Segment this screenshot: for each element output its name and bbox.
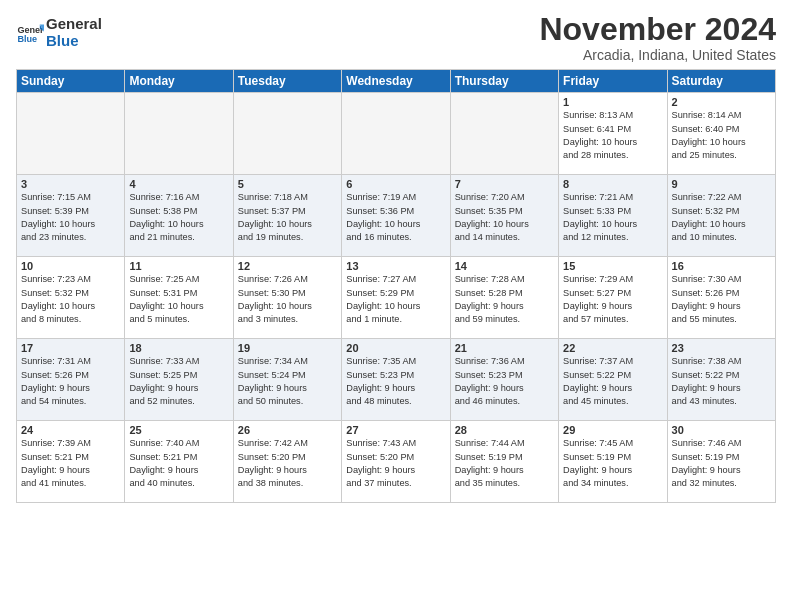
calendar-week-row: 17Sunrise: 7:31 AMSunset: 5:26 PMDayligh… [17,339,776,421]
day-info: Sunrise: 7:21 AMSunset: 5:33 PMDaylight:… [563,191,662,244]
logo: General Blue General Blue [16,16,102,49]
title-block: November 2024 Arcadia, Indiana, United S… [539,12,776,63]
calendar: Sunday Monday Tuesday Wednesday Thursday… [16,69,776,503]
day-number: 29 [563,424,662,436]
day-info: Sunrise: 7:31 AMSunset: 5:26 PMDaylight:… [21,355,120,408]
day-number: 16 [672,260,771,272]
day-info: Sunrise: 7:27 AMSunset: 5:29 PMDaylight:… [346,273,445,326]
day-number: 9 [672,178,771,190]
table-row [342,93,450,175]
day-number: 12 [238,260,337,272]
page-container: General Blue General Blue November 2024 … [0,0,792,511]
logo-wordmark: General Blue [46,16,102,49]
table-row [125,93,233,175]
day-info: Sunrise: 7:42 AMSunset: 5:20 PMDaylight:… [238,437,337,490]
day-number: 21 [455,342,554,354]
day-info: Sunrise: 7:35 AMSunset: 5:23 PMDaylight:… [346,355,445,408]
table-row: 13Sunrise: 7:27 AMSunset: 5:29 PMDayligh… [342,257,450,339]
day-number: 6 [346,178,445,190]
col-tuesday: Tuesday [233,70,341,93]
day-number: 19 [238,342,337,354]
table-row: 24Sunrise: 7:39 AMSunset: 5:21 PMDayligh… [17,421,125,503]
col-saturday: Saturday [667,70,775,93]
table-row: 11Sunrise: 7:25 AMSunset: 5:31 PMDayligh… [125,257,233,339]
day-number: 27 [346,424,445,436]
day-info: Sunrise: 7:22 AMSunset: 5:32 PMDaylight:… [672,191,771,244]
day-info: Sunrise: 7:20 AMSunset: 5:35 PMDaylight:… [455,191,554,244]
day-info: Sunrise: 7:26 AMSunset: 5:30 PMDaylight:… [238,273,337,326]
day-info: Sunrise: 7:19 AMSunset: 5:36 PMDaylight:… [346,191,445,244]
calendar-week-row: 10Sunrise: 7:23 AMSunset: 5:32 PMDayligh… [17,257,776,339]
table-row: 26Sunrise: 7:42 AMSunset: 5:20 PMDayligh… [233,421,341,503]
table-row: 4Sunrise: 7:16 AMSunset: 5:38 PMDaylight… [125,175,233,257]
day-number: 14 [455,260,554,272]
table-row: 12Sunrise: 7:26 AMSunset: 5:30 PMDayligh… [233,257,341,339]
day-number: 3 [21,178,120,190]
day-info: Sunrise: 7:37 AMSunset: 5:22 PMDaylight:… [563,355,662,408]
table-row: 28Sunrise: 7:44 AMSunset: 5:19 PMDayligh… [450,421,558,503]
day-info: Sunrise: 7:23 AMSunset: 5:32 PMDaylight:… [21,273,120,326]
logo-icon: General Blue [16,19,44,47]
day-info: Sunrise: 7:15 AMSunset: 5:39 PMDaylight:… [21,191,120,244]
col-friday: Friday [559,70,667,93]
day-number: 11 [129,260,228,272]
day-info: Sunrise: 7:39 AMSunset: 5:21 PMDaylight:… [21,437,120,490]
table-row: 2Sunrise: 8:14 AMSunset: 6:40 PMDaylight… [667,93,775,175]
day-info: Sunrise: 7:30 AMSunset: 5:26 PMDaylight:… [672,273,771,326]
table-row: 8Sunrise: 7:21 AMSunset: 5:33 PMDaylight… [559,175,667,257]
month-title: November 2024 [539,12,776,47]
day-number: 25 [129,424,228,436]
table-row: 17Sunrise: 7:31 AMSunset: 5:26 PMDayligh… [17,339,125,421]
day-number: 4 [129,178,228,190]
day-number: 7 [455,178,554,190]
svg-text:Blue: Blue [17,34,37,44]
day-number: 17 [21,342,120,354]
table-row: 27Sunrise: 7:43 AMSunset: 5:20 PMDayligh… [342,421,450,503]
table-row: 15Sunrise: 7:29 AMSunset: 5:27 PMDayligh… [559,257,667,339]
day-info: Sunrise: 7:38 AMSunset: 5:22 PMDaylight:… [672,355,771,408]
col-sunday: Sunday [17,70,125,93]
calendar-header-row: Sunday Monday Tuesday Wednesday Thursday… [17,70,776,93]
table-row: 18Sunrise: 7:33 AMSunset: 5:25 PMDayligh… [125,339,233,421]
day-info: Sunrise: 7:34 AMSunset: 5:24 PMDaylight:… [238,355,337,408]
day-info: Sunrise: 7:43 AMSunset: 5:20 PMDaylight:… [346,437,445,490]
day-number: 2 [672,96,771,108]
day-info: Sunrise: 7:44 AMSunset: 5:19 PMDaylight:… [455,437,554,490]
table-row: 25Sunrise: 7:40 AMSunset: 5:21 PMDayligh… [125,421,233,503]
day-info: Sunrise: 7:45 AMSunset: 5:19 PMDaylight:… [563,437,662,490]
col-thursday: Thursday [450,70,558,93]
header: General Blue General Blue November 2024 … [16,12,776,63]
day-number: 10 [21,260,120,272]
table-row: 3Sunrise: 7:15 AMSunset: 5:39 PMDaylight… [17,175,125,257]
day-info: Sunrise: 7:33 AMSunset: 5:25 PMDaylight:… [129,355,228,408]
table-row: 22Sunrise: 7:37 AMSunset: 5:22 PMDayligh… [559,339,667,421]
location: Arcadia, Indiana, United States [539,47,776,63]
logo-line2: Blue [46,33,102,50]
table-row: 29Sunrise: 7:45 AMSunset: 5:19 PMDayligh… [559,421,667,503]
table-row: 1Sunrise: 8:13 AMSunset: 6:41 PMDaylight… [559,93,667,175]
day-info: Sunrise: 7:18 AMSunset: 5:37 PMDaylight:… [238,191,337,244]
day-number: 23 [672,342,771,354]
table-row: 9Sunrise: 7:22 AMSunset: 5:32 PMDaylight… [667,175,775,257]
day-info: Sunrise: 8:14 AMSunset: 6:40 PMDaylight:… [672,109,771,162]
table-row: 5Sunrise: 7:18 AMSunset: 5:37 PMDaylight… [233,175,341,257]
table-row: 20Sunrise: 7:35 AMSunset: 5:23 PMDayligh… [342,339,450,421]
day-number: 30 [672,424,771,436]
day-number: 20 [346,342,445,354]
table-row: 14Sunrise: 7:28 AMSunset: 5:28 PMDayligh… [450,257,558,339]
day-info: Sunrise: 7:16 AMSunset: 5:38 PMDaylight:… [129,191,228,244]
table-row: 6Sunrise: 7:19 AMSunset: 5:36 PMDaylight… [342,175,450,257]
table-row: 7Sunrise: 7:20 AMSunset: 5:35 PMDaylight… [450,175,558,257]
day-number: 24 [21,424,120,436]
day-info: Sunrise: 7:46 AMSunset: 5:19 PMDaylight:… [672,437,771,490]
day-number: 15 [563,260,662,272]
day-number: 28 [455,424,554,436]
day-info: Sunrise: 8:13 AMSunset: 6:41 PMDaylight:… [563,109,662,162]
col-monday: Monday [125,70,233,93]
logo-line1: General [46,16,102,33]
day-number: 26 [238,424,337,436]
table-row: 10Sunrise: 7:23 AMSunset: 5:32 PMDayligh… [17,257,125,339]
day-number: 18 [129,342,228,354]
table-row: 21Sunrise: 7:36 AMSunset: 5:23 PMDayligh… [450,339,558,421]
day-number: 5 [238,178,337,190]
